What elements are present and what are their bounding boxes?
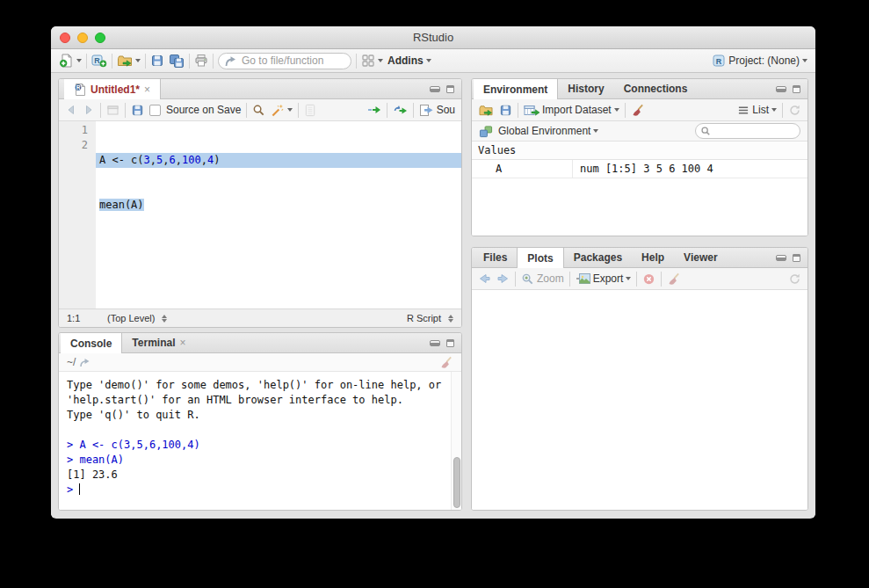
code-token: ,: [201, 154, 207, 166]
tab-terminal-close-icon[interactable]: ×: [179, 337, 185, 349]
maximize-pane-icon[interactable]: [446, 339, 454, 347]
compile-report-icon[interactable]: [304, 104, 316, 117]
scope-selector[interactable]: (Top Level): [107, 313, 167, 323]
clear-environment-icon[interactable]: [631, 104, 645, 117]
tab-plots[interactable]: Plots: [517, 248, 563, 268]
environment-row-A[interactable]: A num [1:5] 3 5 6 100 4: [472, 160, 807, 178]
previous-plot-icon[interactable]: [478, 272, 491, 285]
maximize-pane-icon[interactable]: [793, 254, 800, 262]
forward-icon[interactable]: [83, 104, 95, 116]
next-plot-icon[interactable]: [496, 272, 510, 285]
save-button[interactable]: [150, 54, 164, 68]
console-line: > A <- c(3,5,6,100,4): [67, 438, 444, 453]
code-tools-button[interactable]: [271, 104, 293, 117]
line-number: 1: [59, 123, 88, 138]
import-dataset-caret-icon: [614, 108, 619, 112]
tab-history[interactable]: History: [558, 79, 613, 98]
new-file-button[interactable]: [59, 54, 82, 68]
code-area[interactable]: A <- c(3,5,6,100,4) mean(A): [96, 121, 461, 309]
list-view-label: List: [752, 104, 769, 116]
run-line-icon[interactable]: [367, 104, 381, 116]
console-prompt: >: [67, 483, 73, 496]
save-workspace-icon[interactable]: [499, 104, 512, 117]
console-output[interactable]: Type 'demo()' for some demos, 'help()' f…: [59, 372, 461, 510]
save-icon[interactable]: [131, 104, 144, 117]
new-project-button[interactable]: R: [91, 54, 107, 68]
rstudio-window: RStudio R: [51, 26, 815, 519]
global-environment-icon: [479, 125, 493, 138]
open-recent-caret-icon: [135, 59, 141, 62]
r-document-icon: R: [74, 83, 86, 97]
editor-status-bar: 1:1 (Top Level) R Script: [59, 309, 461, 327]
tab-help[interactable]: Help: [632, 248, 674, 267]
remove-plot-icon[interactable]: [642, 272, 655, 286]
save-icon: [150, 54, 164, 68]
tab-plots-label: Plots: [527, 252, 553, 265]
tab-viewer[interactable]: Viewer: [674, 248, 727, 267]
environment-selector-row: Global Environment: [472, 121, 807, 142]
load-workspace-icon[interactable]: [478, 104, 494, 117]
console-scrollbar[interactable]: [451, 372, 461, 510]
tab-files[interactable]: Files: [474, 248, 517, 267]
tab-connections[interactable]: Connections: [614, 79, 698, 98]
panes-layout-button[interactable]: [361, 54, 383, 68]
tab-close-icon[interactable]: ×: [144, 83, 150, 96]
minimize-pane-icon[interactable]: [776, 255, 786, 261]
tab-console[interactable]: Console: [61, 333, 122, 353]
doc-type-selector[interactable]: R Script: [407, 313, 453, 323]
goto-directory-icon[interactable]: [79, 358, 91, 367]
code-token: 100: [182, 154, 201, 166]
save-all-button[interactable]: [169, 54, 185, 68]
scope-label: (Top Level): [107, 313, 155, 323]
open-file-button[interactable]: [117, 54, 141, 68]
list-view-button[interactable]: List: [737, 104, 777, 116]
new-file-icon: [59, 54, 74, 68]
r-project-cube-icon: R: [712, 54, 726, 68]
plots-toolbar: Zoom Export: [472, 268, 807, 290]
zoom-plot-label: Zoom: [537, 272, 564, 285]
code-editor[interactable]: 1 2 A <- c(3,5,6,100,4) mean(A): [59, 121, 461, 309]
addins-button[interactable]: Addins: [387, 54, 431, 67]
environment-selector-button[interactable]: Global Environment: [498, 125, 598, 137]
list-view-caret-icon: [771, 108, 777, 112]
tab-environment[interactable]: Environment: [474, 79, 558, 99]
code-token: 6: [170, 154, 176, 166]
open-in-window-icon[interactable]: [106, 104, 119, 116]
console-scrollbar-thumb[interactable]: [453, 457, 460, 508]
rerun-icon[interactable]: [393, 104, 408, 116]
source-on-save-checkbox[interactable]: [149, 105, 161, 116]
back-icon[interactable]: [65, 104, 77, 116]
minimize-pane-icon[interactable]: [776, 86, 786, 92]
clear-all-plots-icon[interactable]: [667, 272, 681, 286]
svg-text:R: R: [94, 56, 100, 65]
refresh-plot-icon[interactable]: [788, 272, 801, 286]
minimize-pane-icon[interactable]: [430, 340, 440, 346]
panes-grid-icon: [361, 54, 375, 68]
minimize-pane-icon[interactable]: [430, 86, 440, 92]
magic-wand-icon: [271, 104, 285, 117]
tab-packages[interactable]: Packages: [564, 248, 632, 267]
refresh-icon[interactable]: [788, 104, 801, 117]
maximize-pane-icon[interactable]: [793, 85, 800, 93]
zoom-plot-button[interactable]: Zoom: [521, 272, 564, 286]
clear-console-icon[interactable]: [439, 356, 453, 369]
console-minmax: [430, 333, 461, 352]
code-token: ,: [150, 154, 156, 166]
environment-toolbar: Import Dataset List: [472, 99, 807, 121]
tab-untitled1[interactable]: R Untitled1* ×: [64, 79, 161, 99]
tab-terminal[interactable]: Terminal ×: [122, 333, 195, 352]
print-button[interactable]: [194, 54, 208, 68]
doc-type-label: R Script: [407, 313, 441, 323]
maximize-pane-icon[interactable]: [446, 85, 454, 93]
source-button[interactable]: Sou: [419, 104, 455, 117]
code-token: A <- c(: [99, 154, 144, 166]
import-dataset-button[interactable]: Import Dataset: [524, 104, 619, 117]
tab-terminal-label: Terminal: [132, 337, 175, 349]
tab-viewer-label: Viewer: [684, 251, 717, 264]
project-menu-button[interactable]: R Project: (None): [712, 54, 807, 68]
export-plot-button[interactable]: Export: [576, 272, 632, 285]
goto-file-input[interactable]: [218, 53, 351, 69]
find-replace-icon[interactable]: [252, 104, 265, 117]
plot-display-area: [472, 290, 807, 510]
environment-search-input[interactable]: [695, 123, 800, 139]
